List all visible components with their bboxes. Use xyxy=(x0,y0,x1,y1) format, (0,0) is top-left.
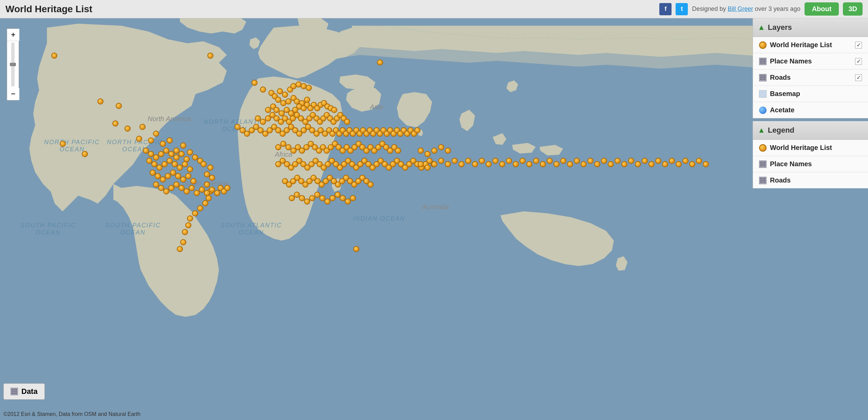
heritage-dot[interactable] xyxy=(395,148,401,154)
heritage-dot[interactable] xyxy=(187,215,193,222)
heritage-dot[interactable] xyxy=(204,182,210,188)
layer-item-roads[interactable]: Roads ✓ xyxy=(753,70,868,86)
heritage-dot[interactable] xyxy=(167,137,173,144)
heritage-dot[interactable] xyxy=(431,148,437,154)
layer-checkbox-pn[interactable]: ✓ xyxy=(855,58,862,65)
heritage-dot[interactable] xyxy=(642,158,648,164)
heritage-dot[interactable] xyxy=(214,190,220,196)
heritage-dot[interactable] xyxy=(180,239,186,245)
heritage-dot[interactable] xyxy=(465,158,471,164)
heritage-dot[interactable] xyxy=(506,158,512,164)
zoom-slider-track[interactable] xyxy=(11,42,15,87)
heritage-dot[interactable] xyxy=(682,158,688,164)
heritage-dot[interactable] xyxy=(601,158,607,164)
heritage-dot[interactable] xyxy=(547,158,553,164)
heritage-dot[interactable] xyxy=(438,144,444,150)
heritage-dot[interactable] xyxy=(445,148,451,154)
heritage-dot[interactable] xyxy=(353,246,359,252)
heritage-dot[interactable] xyxy=(187,166,193,172)
heritage-dot[interactable] xyxy=(112,120,118,127)
layer-checkbox-whl[interactable]: ✓ xyxy=(855,42,862,49)
heritage-dot[interactable] xyxy=(628,158,634,164)
heritage-dot[interactable] xyxy=(282,92,288,98)
heritage-dot[interactable] xyxy=(676,161,682,167)
heritage-dot[interactable] xyxy=(82,151,88,157)
heritage-dot[interactable] xyxy=(696,158,702,164)
heritage-dot[interactable] xyxy=(608,161,614,167)
heritage-dot[interactable] xyxy=(97,98,103,104)
heritage-dot[interactable] xyxy=(182,161,188,167)
heritage-dot[interactable] xyxy=(201,161,207,167)
heritage-dot[interactable] xyxy=(377,59,383,65)
layer-checkbox-roads[interactable]: ✓ xyxy=(855,74,862,81)
heritage-dot[interactable] xyxy=(540,161,546,167)
heritage-dot[interactable] xyxy=(367,182,374,188)
heritage-dot[interactable] xyxy=(424,165,431,171)
heritage-dot[interactable] xyxy=(486,161,492,167)
heritage-dot[interactable] xyxy=(621,161,627,167)
heritage-dot[interactable] xyxy=(594,161,600,167)
layer-item-whl[interactable]: World Heritage List ✓ xyxy=(753,37,868,53)
heritage-dot[interactable] xyxy=(251,80,258,86)
heritage-dot[interactable] xyxy=(185,222,191,228)
heritage-dot[interactable] xyxy=(207,165,213,171)
zoom-in-button[interactable]: + xyxy=(7,29,19,41)
heritage-dot[interactable] xyxy=(438,158,444,164)
heritage-dot[interactable] xyxy=(207,53,213,59)
heritage-dot[interactable] xyxy=(136,136,142,142)
zoom-slider-thumb[interactable] xyxy=(10,63,16,66)
heritage-dot[interactable] xyxy=(192,210,198,216)
heritage-dot[interactable] xyxy=(689,161,695,167)
heritage-dot[interactable] xyxy=(424,151,431,157)
heritage-dot[interactable] xyxy=(560,158,566,164)
heritage-dot[interactable] xyxy=(125,126,131,132)
heritage-dot[interactable] xyxy=(185,173,191,179)
heritage-dot[interactable] xyxy=(160,141,166,147)
heritage-dot[interactable] xyxy=(260,87,266,93)
zoom-out-button[interactable]: − xyxy=(7,88,19,100)
heritage-dot[interactable] xyxy=(574,158,580,164)
threed-button[interactable]: 3D xyxy=(843,2,863,16)
heritage-dot[interactable] xyxy=(669,158,675,164)
heritage-dot[interactable] xyxy=(182,229,188,235)
heritage-dot[interactable] xyxy=(306,85,312,91)
heritage-dot[interactable] xyxy=(581,161,587,167)
heritage-dot[interactable] xyxy=(51,53,57,59)
heritage-dot[interactable] xyxy=(655,158,661,164)
facebook-icon[interactable]: f xyxy=(659,3,672,15)
heritage-dot[interactable] xyxy=(499,161,505,167)
heritage-dot[interactable] xyxy=(153,131,159,137)
heritage-dot[interactable] xyxy=(445,161,451,167)
heritage-dot[interactable] xyxy=(197,205,203,211)
heritage-dot[interactable] xyxy=(344,119,350,125)
heritage-dot[interactable] xyxy=(492,158,498,164)
layer-item-basemap[interactable]: Basemap xyxy=(753,86,868,102)
map-container[interactable]: NORTH PACIFIC OCEAN NORTH PACIFIC OCEAN … xyxy=(0,18,868,420)
heritage-dot[interactable] xyxy=(139,124,146,130)
heritage-dot[interactable] xyxy=(209,175,215,181)
heritage-dot[interactable] xyxy=(350,195,356,201)
heritage-dot[interactable] xyxy=(703,161,709,167)
heritage-dot[interactable] xyxy=(648,161,655,167)
heritage-dot[interactable] xyxy=(615,158,621,164)
heritage-dot[interactable] xyxy=(202,200,208,206)
layer-item-placenames[interactable]: Place Names ✓ xyxy=(753,53,868,70)
heritage-dot[interactable] xyxy=(189,185,195,191)
heritage-dot[interactable] xyxy=(178,151,185,157)
heritage-dot[interactable] xyxy=(418,161,424,167)
heritage-dot[interactable] xyxy=(553,161,560,167)
heritage-dot[interactable] xyxy=(635,161,641,167)
heritage-dot[interactable] xyxy=(662,161,668,167)
heritage-dot[interactable] xyxy=(533,158,539,164)
data-panel[interactable]: Data xyxy=(3,383,45,400)
twitter-icon[interactable]: t xyxy=(676,3,688,15)
heritage-dot[interactable] xyxy=(431,161,437,167)
heritage-dot[interactable] xyxy=(526,161,532,167)
heritage-dot[interactable] xyxy=(458,161,465,167)
heritage-dot[interactable] xyxy=(60,141,66,147)
heritage-dot[interactable] xyxy=(187,149,193,155)
heritage-dot[interactable] xyxy=(180,142,186,149)
heritage-dot[interactable] xyxy=(224,185,230,191)
heritage-dot[interactable] xyxy=(587,158,593,164)
heritage-dot[interactable] xyxy=(520,158,526,164)
